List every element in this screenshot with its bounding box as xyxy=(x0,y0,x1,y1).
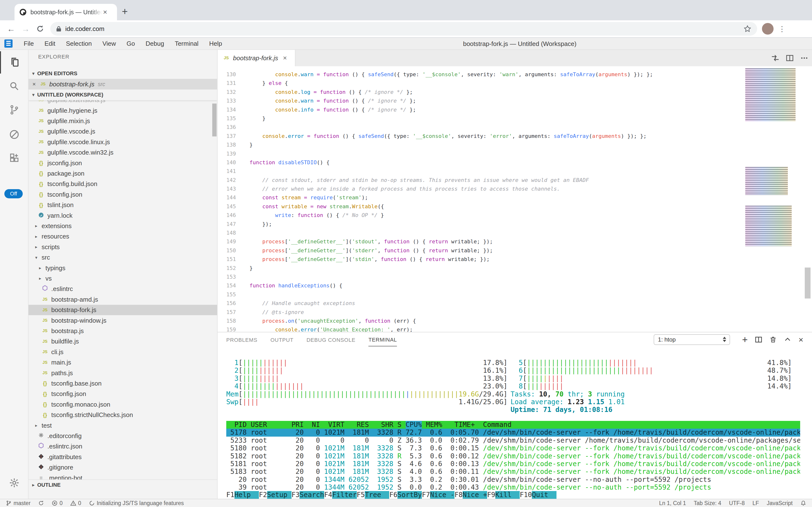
tree-item-jsconfig.json[interactable]: {}jsconfig.json xyxy=(28,158,217,168)
status-utf-8[interactable]: UTF-8 xyxy=(725,500,749,507)
tree-item-paths.js[interactable]: JSpaths.js xyxy=(28,368,217,378)
tree-item-tsconfig.build.json[interactable]: {}tsconfig.build.json xyxy=(28,179,217,189)
tree-item-bootstrap-amd.js[interactable]: JSbootstrap-amd.js xyxy=(28,294,217,305)
status-warning[interactable]: 0 xyxy=(66,500,85,507)
menu-debug[interactable]: Debug xyxy=(140,39,170,49)
menu-terminal[interactable]: Terminal xyxy=(170,39,204,49)
workspace-header[interactable]: ▾ UNTITLED (WORKSPACE) xyxy=(28,90,217,100)
activity-explorer[interactable] xyxy=(0,51,28,73)
telemetry-off-badge[interactable]: Off xyxy=(4,189,23,199)
menu-help[interactable]: Help xyxy=(204,39,227,49)
tree-item-test[interactable]: ▸test xyxy=(28,420,217,431)
tree-item-scripts[interactable]: ▸scripts xyxy=(28,242,217,252)
tree-item-.eslintrc[interactable]: .eslintrc xyxy=(28,284,217,294)
tree-item-gulpfile.vscode.js[interactable]: JSgulpfile.vscode.js xyxy=(28,126,217,137)
avatar[interactable] xyxy=(762,23,773,35)
sidebar-scrollbar[interactable] xyxy=(212,104,216,136)
activity-source-control[interactable] xyxy=(0,99,28,121)
tree-item-tsconfig.json[interactable]: {}tsconfig.json xyxy=(28,389,217,399)
panel-tab-debug-console[interactable]: DEBUG CONSOLE xyxy=(307,333,355,346)
editor-tab[interactable]: JS bootstrap-fork.js × xyxy=(217,50,295,66)
split-editor-icon[interactable] xyxy=(786,54,794,62)
activity-settings[interactable] xyxy=(0,472,28,494)
status-tab-size-4[interactable]: Tab Size: 4 xyxy=(690,500,725,507)
tree-item-src[interactable]: ▾src xyxy=(28,252,217,263)
menu-go[interactable]: Go xyxy=(121,39,140,49)
menu-edit[interactable]: Edit xyxy=(39,39,61,49)
more-actions-icon[interactable] xyxy=(800,54,808,62)
new-tab-button[interactable]: + xyxy=(122,6,128,17)
close-icon[interactable]: × xyxy=(283,54,287,62)
tree-item-yarn.lock[interactable]: yarn.lock xyxy=(28,210,217,221)
split-terminal-icon[interactable] xyxy=(755,336,762,343)
forward-icon[interactable]: → xyxy=(18,24,33,34)
status-bell[interactable] xyxy=(797,500,810,506)
editor-scrollbar[interactable] xyxy=(805,268,811,298)
status-spinner[interactable]: Initializing JS/TS language features xyxy=(85,500,188,507)
status-sync[interactable] xyxy=(34,500,48,506)
tree-item-.gitignore[interactable]: .gitignore xyxy=(28,462,217,473)
open-editor-item[interactable]: × JS bootstrap-fork.js src xyxy=(28,79,217,90)
tree-item-tsconfig.monaco.json[interactable]: {}tsconfig.monaco.json xyxy=(28,399,217,410)
tree-item-typings[interactable]: ▸typings xyxy=(28,263,217,273)
tree-item-bootstrap.js[interactable]: JSbootstrap.js xyxy=(28,326,217,336)
close-icon[interactable]: × xyxy=(33,81,39,88)
tree-item-package.json[interactable]: {}package.json xyxy=(28,168,217,179)
close-panel-icon[interactable]: × xyxy=(799,336,803,344)
status-javascript[interactable]: JavaScript xyxy=(763,500,797,507)
tree-item-main.js[interactable]: JSmain.js xyxy=(28,357,217,368)
panel-tab-terminal[interactable]: TERMINAL xyxy=(368,333,397,346)
new-terminal-icon[interactable]: + xyxy=(742,335,748,344)
tree-item-.mention-bot[interactable]: ≡.mention-bot xyxy=(28,473,217,480)
open-changes-icon[interactable] xyxy=(771,54,779,62)
open-editors-header[interactable]: ▾ OPEN EDITORS xyxy=(28,68,217,79)
terminal-select[interactable]: 1: htop xyxy=(654,334,730,345)
url-text[interactable]: ide.coder.com xyxy=(65,25,744,33)
tree-item-tsconfig.json[interactable]: {}tsconfig.json xyxy=(28,189,217,200)
back-icon[interactable]: ← xyxy=(4,24,18,34)
line-number: 147 xyxy=(217,220,236,229)
maximize-panel-icon[interactable] xyxy=(784,336,791,343)
minimap[interactable] xyxy=(744,66,800,332)
tab-close-icon[interactable]: × xyxy=(103,8,107,16)
tree-item-gulpfile.extensions.js[interactable]: JSgulpfile.extensions.js xyxy=(28,100,217,105)
tree-item-cli.js[interactable]: JScli.js xyxy=(28,347,217,357)
url-bar[interactable]: ide.coder.com xyxy=(50,22,757,36)
activity-extensions[interactable] xyxy=(0,147,28,169)
tree-item-.editorconfig[interactable]: .editorconfig xyxy=(28,431,217,441)
tree-item-tsconfig.base.json[interactable]: {}tsconfig.base.json xyxy=(28,378,217,389)
status-ln-1-col-1[interactable]: Ln 1, Col 1 xyxy=(655,500,690,507)
tree-item-buildfile.js[interactable]: JSbuildfile.js xyxy=(28,336,217,347)
panel-tab-problems[interactable]: PROBLEMS xyxy=(226,333,257,346)
status-branch[interactable]: master xyxy=(2,500,34,507)
tree-item-gulpfile.vscode.linux.js[interactable]: JSgulpfile.vscode.linux.js xyxy=(28,137,217,147)
bookmark-star-icon[interactable] xyxy=(744,25,751,33)
terminal[interactable]: 1[||||||||||| 17.8%] 2[|||||||||| 16.1%]… xyxy=(217,347,812,499)
reload-icon[interactable] xyxy=(33,25,47,33)
tree-item-tsconfig.strictNullChecks.json[interactable]: {}tsconfig.strictNullChecks.json xyxy=(28,410,217,420)
browser-menu-icon[interactable]: ⋮ xyxy=(778,25,786,33)
tree-item-gulpfile.vscode.win32.js[interactable]: JSgulpfile.vscode.win32.js xyxy=(28,147,217,158)
tree-item-bootstrap-window.js[interactable]: JSbootstrap-window.js xyxy=(28,315,217,326)
activity-search[interactable] xyxy=(0,75,28,97)
code-editor[interactable]: 130 console.warn = function () { safeSen… xyxy=(217,66,812,332)
browser-tab[interactable]: bootstrap-fork.js — Untitled (W × xyxy=(14,4,117,20)
tree-item-bootstrap-fork.js[interactable]: JSbootstrap-fork.js xyxy=(28,305,217,315)
menu-view[interactable]: View xyxy=(97,39,121,49)
tree-item-extensions[interactable]: ▸extensions xyxy=(28,221,217,231)
tree-item-.eslintrc.json[interactable]: .eslintrc.json xyxy=(28,441,217,452)
panel-tab-output[interactable]: OUTPUT xyxy=(270,333,294,346)
kill-terminal-icon[interactable] xyxy=(769,336,777,343)
tree-item-resources[interactable]: ▸resources xyxy=(28,231,217,242)
status-error[interactable]: 0 xyxy=(48,500,66,507)
menu-selection[interactable]: Selection xyxy=(61,39,97,49)
status-lf[interactable]: LF xyxy=(749,500,763,507)
outline-header[interactable]: ▸ OUTLINE xyxy=(28,480,217,490)
tree-item-gulpfile.mixin.js[interactable]: JSgulpfile.mixin.js xyxy=(28,116,217,126)
activity-debug[interactable] xyxy=(0,123,28,146)
tree-item-.gitattributes[interactable]: .gitattributes xyxy=(28,452,217,462)
menu-file[interactable]: File xyxy=(18,39,39,49)
tree-item-gulpfile.hygiene.js[interactable]: JSgulpfile.hygiene.js xyxy=(28,105,217,116)
tree-item-vs[interactable]: ▸vs xyxy=(28,273,217,284)
tree-item-tslint.json[interactable]: {}tslint.json xyxy=(28,200,217,210)
